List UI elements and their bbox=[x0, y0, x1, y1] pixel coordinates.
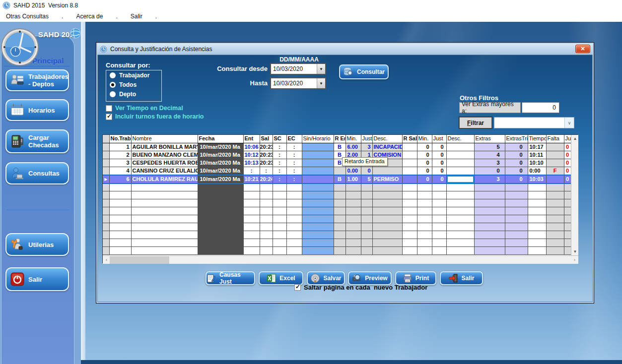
grid-cell-rsal[interactable] bbox=[402, 175, 417, 183]
grid-cell-rent[interactable] bbox=[334, 207, 346, 215]
grid-cell-rsal[interactable] bbox=[402, 247, 417, 255]
fecha-desde-combo[interactable]: 10/03/2020 ▼ bbox=[270, 63, 326, 75]
row-indicator[interactable] bbox=[103, 151, 109, 159]
grid-cell-desc1[interactable]: INCAPACID bbox=[372, 143, 402, 151]
grid-cell-falta[interactable] bbox=[546, 231, 564, 239]
sidebar-item-consultas[interactable]: Consultas bbox=[5, 162, 69, 184]
grid-cell-desc2[interactable] bbox=[446, 215, 474, 223]
grid-cell-desc1[interactable] bbox=[372, 191, 402, 199]
grid-cell-just2[interactable]: 0 bbox=[432, 167, 446, 175]
grid-cell-jus[interactable] bbox=[564, 215, 571, 223]
grid-cell-desc1[interactable] bbox=[372, 223, 402, 231]
grid-cell-fecha[interactable] bbox=[198, 207, 243, 215]
grid-cell-min2[interactable] bbox=[417, 247, 432, 255]
grid-cell-tiempo[interactable] bbox=[528, 183, 546, 191]
grid-cell-no[interactable] bbox=[109, 183, 131, 191]
grid-cell-no[interactable] bbox=[109, 191, 131, 199]
grid-cell-desc2[interactable] bbox=[446, 239, 474, 247]
grid-cell-ec[interactable] bbox=[286, 247, 302, 255]
grid-cell-falta[interactable] bbox=[546, 183, 564, 191]
grid-cell-sc[interactable] bbox=[273, 183, 286, 191]
grid-cell-sin[interactable] bbox=[302, 223, 334, 231]
grid-cell-fecha[interactable]: 10/mar/2020 Ma bbox=[198, 143, 243, 151]
grid-cell-extras[interactable] bbox=[474, 223, 505, 231]
grid-cell-ec[interactable] bbox=[286, 215, 302, 223]
grid-cell-sc[interactable] bbox=[273, 223, 286, 231]
grid-cell-extrastriple[interactable] bbox=[505, 223, 528, 231]
grid-cell-min1[interactable]: 6.00 bbox=[346, 143, 361, 151]
grid-cell-just2[interactable]: 0 bbox=[432, 175, 446, 183]
grid-cell-ent[interactable] bbox=[243, 183, 260, 191]
grid-cell-sin[interactable] bbox=[302, 143, 334, 151]
grid-cell-jus[interactable] bbox=[564, 207, 571, 215]
grid-cell-jus[interactable]: 0 bbox=[564, 143, 571, 151]
grid-cell-desc2[interactable] bbox=[446, 207, 474, 215]
grid-cell-ec[interactable]: : bbox=[286, 143, 302, 151]
grid-cell-just1[interactable] bbox=[361, 183, 372, 191]
grid-cell-tiempo[interactable]: 10:11 bbox=[528, 151, 546, 159]
grid-cell-desc2[interactable] bbox=[446, 143, 474, 151]
grid-cell-nombre[interactable]: CHOLULA RAMIREZ RAU bbox=[131, 175, 198, 183]
grid-cell-just2[interactable]: 0 bbox=[432, 159, 446, 167]
grid-cell-desc2[interactable] bbox=[446, 223, 474, 231]
grid-cell-jus[interactable]: 0 bbox=[564, 159, 571, 167]
grid-cell-no[interactable] bbox=[109, 239, 131, 247]
grid-cell-min2[interactable] bbox=[417, 199, 432, 207]
grid-cell-fecha[interactable] bbox=[198, 191, 243, 199]
grid-cell-sin[interactable] bbox=[302, 231, 334, 239]
grid-cell-ec[interactable]: : bbox=[286, 159, 302, 167]
grid-cell-desc2[interactable] bbox=[446, 183, 474, 191]
row-indicator[interactable] bbox=[103, 231, 109, 239]
scroll-up-icon[interactable]: ▲ bbox=[571, 135, 579, 142]
grid-cell-tiempo[interactable] bbox=[528, 231, 546, 239]
grid-cell-sin[interactable] bbox=[302, 207, 334, 215]
row-indicator[interactable] bbox=[103, 215, 109, 223]
grid-cell-sal[interactable] bbox=[260, 199, 273, 207]
grid-cell-no[interactable]: 1 bbox=[109, 143, 131, 151]
grid-cell-extrastriple[interactable] bbox=[505, 231, 528, 239]
grid-cell-min2[interactable] bbox=[417, 191, 432, 199]
grid-cell-just2[interactable] bbox=[432, 215, 446, 223]
radio-circle[interactable] bbox=[110, 72, 116, 78]
row-indicator[interactable]: ▶ bbox=[103, 175, 109, 183]
grid-cell-falta[interactable] bbox=[546, 159, 564, 167]
grid-cell-rsal[interactable] bbox=[402, 239, 417, 247]
grid-cell-fecha[interactable]: 10/mar/2020 Ma bbox=[198, 167, 243, 175]
dialog-titlebar[interactable]: Consulta y Justificación de Asistencias … bbox=[97, 44, 593, 55]
salir-button[interactable]: Salir bbox=[440, 271, 483, 285]
grid-cell-min1[interactable] bbox=[346, 183, 361, 191]
close-button[interactable]: ✕ bbox=[575, 45, 590, 53]
grid-cell-nombre[interactable] bbox=[131, 215, 198, 223]
chevron-down-icon[interactable]: ∨ bbox=[564, 118, 574, 128]
grid-cell-just2[interactable] bbox=[432, 239, 446, 247]
checkbox[interactable] bbox=[106, 114, 112, 120]
grid-cell-ec[interactable] bbox=[286, 191, 302, 199]
grid-cell-jus[interactable] bbox=[564, 183, 571, 191]
grid-cell-sin[interactable] bbox=[302, 247, 334, 255]
grid-cell-desc1[interactable] bbox=[372, 199, 402, 207]
grid-cell-desc1[interactable] bbox=[372, 247, 402, 255]
grid-cell-nombre[interactable] bbox=[131, 207, 198, 215]
grid-cell-just2[interactable] bbox=[432, 183, 446, 191]
grid-cell-just1[interactable] bbox=[361, 239, 372, 247]
grid-cell-sal[interactable]: 20:23 bbox=[260, 143, 273, 151]
grid-cell-rsal[interactable] bbox=[402, 167, 417, 175]
grid-cell-desc1[interactable] bbox=[372, 207, 402, 215]
grid-cell-ent[interactable] bbox=[243, 199, 260, 207]
grid-cell-rent[interactable] bbox=[334, 239, 346, 247]
grid-cell-min2[interactable]: 0 bbox=[417, 143, 432, 151]
grid-cell-fecha[interactable]: 10/mar/2020 Ma bbox=[198, 159, 243, 167]
radio-circle[interactable] bbox=[110, 82, 116, 88]
grid-cell-nombre[interactable] bbox=[131, 223, 198, 231]
grid-cell-nombre[interactable]: CANSINO CRUZ EULALIO bbox=[131, 167, 198, 175]
grid-cell-ent[interactable] bbox=[243, 223, 260, 231]
grid-cell-rent[interactable] bbox=[334, 231, 346, 239]
grid-cell-sal[interactable] bbox=[260, 239, 273, 247]
grid-cell-jus[interactable] bbox=[564, 191, 571, 199]
grid-cell-sc[interactable]: : bbox=[273, 167, 286, 175]
grid-cell-sc[interactable] bbox=[273, 191, 286, 199]
grid-cell-fecha[interactable] bbox=[198, 199, 243, 207]
grid-cell-jus[interactable] bbox=[564, 199, 571, 207]
grid-cell-ent[interactable]: 10:06 bbox=[243, 143, 260, 151]
grid-cell-sal[interactable] bbox=[260, 215, 273, 223]
